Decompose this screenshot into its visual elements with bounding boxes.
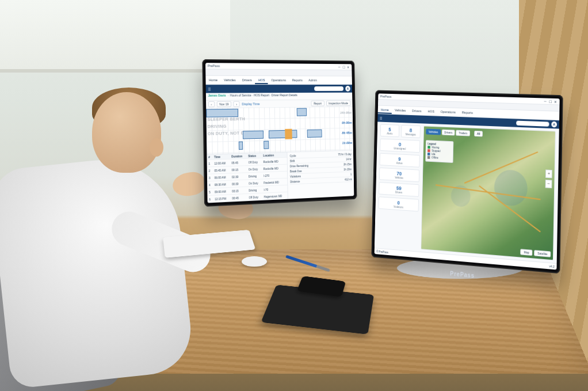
user-avatar[interactable]: A bbox=[345, 86, 350, 92]
stat-card[interactable]: 5Alerts bbox=[380, 124, 399, 138]
app-title: PrePass bbox=[208, 64, 220, 67]
tab-reports[interactable]: Reports bbox=[459, 109, 476, 117]
stat-card[interactable]: 0Unassigned bbox=[380, 139, 420, 153]
map-filter-all[interactable]: All bbox=[474, 131, 483, 137]
minimize-icon: ─ bbox=[338, 65, 341, 69]
window-controls[interactable]: ─☐✕ bbox=[338, 65, 350, 69]
stat-cards: 5Alerts8Messages0Unassigned9Active70Vehi… bbox=[377, 124, 421, 249]
hos-app: PrePass ─☐✕ HomeVehiclesDriversHOSOperat… bbox=[205, 63, 354, 203]
zoom-out-button[interactable]: − bbox=[545, 180, 552, 188]
tab-hos[interactable]: HOS bbox=[255, 77, 268, 84]
breadcrumb-driver[interactable]: James Davis bbox=[208, 93, 226, 97]
map-tab-trailers[interactable]: Trailers bbox=[456, 130, 470, 136]
tab-home[interactable]: Home bbox=[378, 107, 392, 113]
map-zoom-controls[interactable]: + − bbox=[545, 169, 552, 190]
app-title: PrePass bbox=[380, 94, 392, 98]
tab-home[interactable]: Home bbox=[205, 77, 220, 84]
col-header[interactable]: # bbox=[207, 154, 212, 160]
close-icon: ✕ bbox=[347, 65, 350, 69]
map-tab-drivers[interactable]: Drivers bbox=[442, 130, 455, 136]
menu-icon[interactable]: ☰ bbox=[208, 87, 211, 91]
stat-card[interactable]: 70Vehicles bbox=[379, 168, 419, 182]
hos-total: 1h 09m bbox=[335, 138, 352, 148]
tab-operations[interactable]: Operations bbox=[268, 77, 289, 84]
date-label[interactable]: Nov 19 bbox=[217, 101, 232, 107]
legend-row: Offline bbox=[427, 156, 451, 160]
next-day-button[interactable]: › bbox=[234, 101, 240, 107]
tab-hos[interactable]: HOS bbox=[425, 108, 437, 116]
app-header-bar: ☰ A bbox=[206, 85, 352, 93]
map-tab-vehicles[interactable]: Vehicles bbox=[426, 129, 441, 135]
menu-icon[interactable]: ☰ bbox=[380, 116, 382, 120]
hos-chart: OFF DUTYSLEEPER BERTHDRIVINGON DUTY, NOT… bbox=[206, 107, 353, 154]
tab-admin[interactable]: Admin bbox=[306, 77, 320, 84]
hos-total: 14h 06m bbox=[334, 108, 352, 118]
summary-panel: Cycle70 hr / 8 dayShift14 hrDrive Remain… bbox=[287, 150, 354, 199]
user-avatar[interactable]: A bbox=[551, 122, 557, 128]
maximize-icon: ☐ bbox=[549, 100, 552, 103]
tab-vehicles[interactable]: Vehicles bbox=[221, 77, 239, 84]
window-frame bbox=[0, 0, 230, 73]
breadcrumb-path: Hours of Service · HOS Report · Driver R… bbox=[230, 93, 297, 97]
stat-card[interactable]: 9Active bbox=[380, 153, 420, 168]
inspection-button[interactable]: Inspection Mode bbox=[326, 100, 351, 106]
events-table[interactable]: #TimeDurationStatusLocation112:00 AM05:4… bbox=[207, 153, 288, 203]
hos-total: 8h 45m bbox=[334, 128, 352, 138]
map-legend: Legend MovingStoppedIdleOffline bbox=[425, 140, 453, 163]
report-button[interactable]: Report bbox=[311, 101, 324, 107]
stat-card[interactable]: 0Violations bbox=[379, 196, 419, 211]
tab-drivers[interactable]: Drivers bbox=[239, 77, 255, 84]
prev-day-button[interactable]: ‹ bbox=[208, 101, 215, 107]
map-panel[interactable]: VehiclesDriversTrailersAll Legend Moving… bbox=[421, 126, 556, 260]
stat-card[interactable]: 8Messages bbox=[401, 125, 421, 138]
search-input[interactable] bbox=[314, 86, 343, 91]
nav-tabs[interactable]: HomeVehiclesDriversHOSOperationsReportsA… bbox=[205, 76, 352, 85]
search-input[interactable] bbox=[516, 121, 549, 127]
right-monitor: PrePass ─☐✕ HomeVehiclesDriversHOSOperat… bbox=[371, 90, 563, 274]
person bbox=[0, 69, 196, 391]
hos-total: 0h 00m bbox=[334, 117, 352, 128]
maximize-icon: ☐ bbox=[342, 65, 345, 69]
footer-copyright: © PrePass bbox=[376, 249, 388, 254]
stat-card[interactable]: 59Drivers bbox=[379, 182, 419, 197]
display-mode[interactable]: Display Time bbox=[242, 102, 259, 105]
mouse bbox=[242, 256, 268, 267]
tab-vehicles[interactable]: Vehicles bbox=[392, 107, 409, 115]
tab-reports[interactable]: Reports bbox=[289, 77, 306, 84]
map-view-button[interactable]: Map bbox=[521, 249, 533, 256]
events-panel: #TimeDurationStatusLocation112:00 AM05:4… bbox=[207, 150, 354, 203]
hos-bars bbox=[206, 107, 334, 154]
tab-operations[interactable]: Operations bbox=[437, 109, 459, 116]
tab-drivers[interactable]: Drivers bbox=[409, 108, 425, 115]
footer-version: v4.2 bbox=[549, 264, 554, 268]
window-controls[interactable]: ─☐✕ bbox=[544, 99, 558, 103]
minimize-icon: ─ bbox=[544, 99, 548, 103]
close-icon: ✕ bbox=[554, 100, 558, 103]
left-monitor: PrePass ─☐✕ HomeVehiclesDriversHOSOperat… bbox=[202, 59, 357, 207]
browser-address-bar[interactable] bbox=[205, 69, 352, 76]
dashboard-body: 5Alerts8Messages0Unassigned9Active70Vehi… bbox=[375, 122, 559, 263]
zoom-in-button[interactable]: + bbox=[545, 169, 552, 178]
fleet-dashboard-app: PrePass ─☐✕ HomeVehiclesDriversHOSOperat… bbox=[375, 93, 560, 269]
